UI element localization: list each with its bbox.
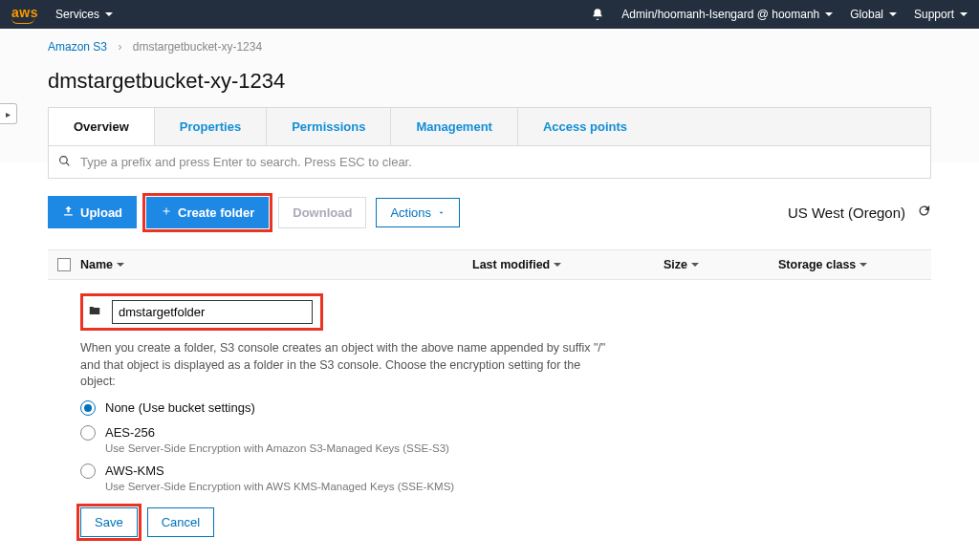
page-content: ▸ Amazon S3 › dmstargetbucket-xy-1234 dm…: [0, 29, 979, 560]
plus-icon: [161, 205, 172, 220]
toolbar: Upload Create folder Download Actions US…: [48, 196, 931, 228]
radio-aes256-label: AES-256: [105, 425, 155, 440]
folder-name-row: [80, 293, 899, 331]
editor-actions: Save Cancel: [80, 507, 899, 537]
breadcrumb-current: dmstargetbucket-xy-1234: [133, 40, 262, 54]
support-menu[interactable]: Support: [914, 8, 968, 21]
actions-menu[interactable]: Actions: [376, 198, 460, 227]
create-folder-button[interactable]: Create folder: [146, 197, 269, 228]
prefix-search: [48, 145, 931, 179]
radio-kms-desc: Use Server-Side Encryption with AWS KMS-…: [105, 481, 899, 492]
global-nav: aws Services Admin/hoomanh-Isengard @ ho…: [0, 0, 979, 29]
cancel-button[interactable]: Cancel: [147, 507, 214, 537]
encryption-none-row[interactable]: None (Use bucket settings): [80, 400, 899, 416]
radio-kms[interactable]: [80, 463, 96, 479]
services-menu[interactable]: Services: [55, 8, 113, 21]
refresh-icon[interactable]: [917, 204, 931, 221]
notifications-icon[interactable]: [591, 8, 604, 21]
actions-label: Actions: [390, 205, 431, 220]
radio-kms-label: AWS-KMS: [105, 463, 164, 478]
breadcrumb-separator: ›: [118, 40, 121, 54]
highlight-save: Save: [80, 507, 138, 537]
object-table: Name Last modified Size Storage class Wh…: [48, 249, 931, 547]
bucket-region: US West (Oregon): [788, 204, 931, 221]
search-icon: [58, 155, 71, 170]
radio-none[interactable]: [80, 400, 96, 416]
chevron-down-icon: [437, 205, 446, 220]
highlight-folder-name: [80, 293, 323, 331]
folder-icon: [87, 304, 102, 320]
account-label: Admin/hoomanh-Isengard @ hoomanh: [621, 8, 819, 21]
download-label: Download: [293, 205, 352, 220]
support-label: Support: [914, 8, 954, 21]
col-storage-class[interactable]: Storage class: [778, 258, 931, 271]
highlight-create-folder: Create folder: [146, 197, 269, 228]
save-button[interactable]: Save: [80, 507, 138, 537]
folder-help-text: When you create a folder, S3 console cre…: [80, 340, 616, 391]
breadcrumb-root-link[interactable]: Amazon S3: [48, 40, 107, 54]
aws-logo-text: aws: [11, 5, 38, 20]
region-label: Global: [850, 8, 883, 21]
account-menu[interactable]: Admin/hoomanh-Isengard @ hoomanh: [621, 8, 833, 21]
create-folder-editor: When you create a folder, S3 console cre…: [48, 280, 931, 547]
table-header: Name Last modified Size Storage class: [48, 249, 931, 280]
side-drawer-toggle[interactable]: ▸: [0, 103, 17, 124]
tab-overview[interactable]: Overview: [49, 108, 155, 145]
radio-aes256-desc: Use Server-Side Encryption with Amazon S…: [105, 442, 899, 454]
create-folder-label: Create folder: [178, 205, 254, 220]
search-input[interactable]: [78, 154, 921, 170]
encryption-kms-row[interactable]: AWS-KMS: [80, 463, 899, 479]
aws-logo[interactable]: aws: [11, 5, 38, 24]
folder-name-input[interactable]: [112, 300, 313, 324]
upload-button[interactable]: Upload: [48, 196, 137, 228]
region-menu[interactable]: Global: [850, 8, 897, 21]
select-all-cell: [48, 258, 80, 271]
col-name[interactable]: Name: [80, 258, 472, 271]
tab-permissions[interactable]: Permissions: [267, 108, 391, 145]
upload-icon: [62, 205, 75, 220]
download-button: Download: [278, 197, 366, 228]
services-label: Services: [55, 8, 99, 21]
upload-label: Upload: [80, 205, 122, 220]
breadcrumb: Amazon S3 › dmstargetbucket-xy-1234: [48, 36, 931, 61]
col-size[interactable]: Size: [664, 258, 778, 271]
tab-properties[interactable]: Properties: [155, 108, 267, 145]
select-all-checkbox[interactable]: [57, 258, 71, 271]
tab-bar: Overview Properties Permissions Manageme…: [48, 107, 931, 145]
tab-management[interactable]: Management: [391, 108, 517, 145]
encryption-aes256-row[interactable]: AES-256: [80, 425, 899, 441]
radio-aes256[interactable]: [80, 425, 96, 441]
bucket-region-label: US West (Oregon): [788, 205, 905, 221]
encryption-options: None (Use bucket settings) AES-256 Use S…: [80, 400, 899, 492]
col-last-modified[interactable]: Last modified: [472, 258, 664, 271]
page-title: dmstargetbucket-xy-1234: [48, 69, 931, 94]
radio-none-label: None (Use bucket settings): [105, 400, 255, 415]
tab-access-points[interactable]: Access points: [518, 108, 652, 145]
